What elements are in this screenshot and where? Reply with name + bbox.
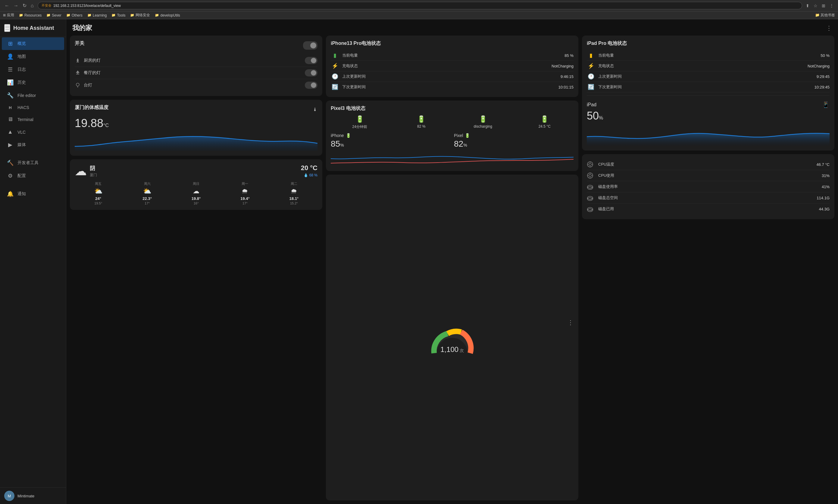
pixel-battery-icon: 🔋 xyxy=(465,133,470,138)
battery-row-charging: ⚡ 充电状态 NotCharging xyxy=(331,61,573,71)
sidebar-item-media[interactable]: ▶ 媒体 xyxy=(2,139,64,151)
switch-left-kitchen: 厨房的灯 xyxy=(75,57,101,64)
sidebar-item-notifications-label: 通知 xyxy=(17,191,26,197)
file-editor-icon: 🔧 xyxy=(7,92,14,99)
bookmark-sever[interactable]: 📁 Sever xyxy=(47,13,61,17)
battery-row-level: ▮ 当前电量 85 % xyxy=(331,50,573,61)
ipad-pct-number: 50 xyxy=(587,110,599,122)
charging-icon: ⚡ xyxy=(331,62,339,69)
svg-point-12 xyxy=(589,163,591,166)
ipad-pct-display: 50% xyxy=(587,110,830,122)
ipad-charging-left: ⚡ 充电状态 xyxy=(587,62,614,69)
sidebar-item-notifications[interactable]: 🔔 通知 xyxy=(2,187,64,200)
folder-icon-3: 📁 xyxy=(66,13,71,17)
config-icon: ⚙ xyxy=(7,173,14,179)
disk-used-value: 44.3G xyxy=(819,207,830,211)
weather-humidity: 💧 68 % xyxy=(301,173,318,177)
forward-button[interactable]: → xyxy=(12,2,20,9)
ipad-last-update-row: 🕐 上次更新时间 9:29:45 xyxy=(587,71,830,82)
forecast-thu-label: 周五 xyxy=(75,182,122,186)
pixel-stat-pct: 🔋 82 % xyxy=(392,115,451,129)
svg-point-9 xyxy=(76,83,79,86)
ipad-next-update-left: 🔄 下次更新时间 xyxy=(587,84,622,90)
avatar[interactable]: M xyxy=(4,491,15,501)
ipad-last-update-icon: 🕐 xyxy=(587,73,595,80)
lamp-icon-desk xyxy=(75,82,81,88)
switch-row-kitchen: 厨房的灯 xyxy=(75,54,318,67)
desk-light-toggle[interactable] xyxy=(305,82,318,89)
kitchen-light-toggle[interactable] xyxy=(305,57,318,64)
bookmark-others[interactable]: 📁 Others xyxy=(66,13,83,17)
sidebar-item-dev-tools-label: 开发者工具 xyxy=(17,160,39,166)
sidebar-item-config-label: 配置 xyxy=(17,173,26,179)
disk-use-label: 磁盘使用率 xyxy=(598,184,618,190)
gauge-menu-button[interactable]: ⋮ xyxy=(568,319,573,326)
menu-button[interactable]: ⋮ xyxy=(828,3,835,9)
pixel-battery-title: Pixel3 电池状态 xyxy=(331,105,573,112)
dining-light-label: 餐厅的灯 xyxy=(84,70,101,76)
battery-level-value: 85 % xyxy=(565,53,573,58)
dashboard-grid: 开关 xyxy=(66,36,838,504)
sidebar-item-hacs[interactable]: H HACS xyxy=(2,102,64,113)
iphone-battery-card: iPhone13 Pro电池状态 ▮ 当前电量 85 % ⚡ 充电状态 xyxy=(326,36,578,97)
sidebar-item-map[interactable]: 👤 地图 xyxy=(2,50,64,63)
bookmark-security[interactable]: 📁 网络安全 xyxy=(130,13,150,18)
sidebar-item-file-editor[interactable]: 🔧 File editor xyxy=(2,89,64,102)
cpu-temp-icon xyxy=(587,161,595,168)
ipad-battery-row-level: ▮ 当前电量 50 % xyxy=(587,50,830,61)
pixel-pct-value: 82 xyxy=(454,139,463,148)
svg-text:M: M xyxy=(8,494,11,498)
hamburger-button[interactable]: ☰ xyxy=(4,24,10,32)
cpu-temp-value: 46.7 °C xyxy=(816,162,830,167)
folder-icon-4: 📁 xyxy=(87,13,92,17)
forecast-fri-label: 周六 xyxy=(124,182,171,186)
bookmark-button[interactable]: ☆ xyxy=(813,3,819,9)
forecast-sun-low: 17° xyxy=(221,201,268,205)
iphone-label: iPhone xyxy=(331,133,344,138)
sidebar-item-vlc[interactable]: ▲ VLC xyxy=(2,126,64,138)
back-button[interactable]: ← xyxy=(3,2,11,9)
sidebar-item-config[interactable]: ⚙ 配置 xyxy=(2,169,64,182)
bookmark-resources[interactable]: 📁 Resources xyxy=(19,13,41,17)
svg-marker-6 xyxy=(76,70,79,73)
last-update-label: 上次更新时间 xyxy=(342,74,366,79)
home-button[interactable]: ⌂ xyxy=(29,2,35,9)
cpu-use-label: CPU使用 xyxy=(598,173,614,178)
battery-left-level: ▮ 当前电量 xyxy=(331,52,358,59)
svg-point-32 xyxy=(591,199,592,200)
forecast-mon-low: 15.2° xyxy=(270,201,318,205)
sidebar-item-history[interactable]: 📊 历史 xyxy=(2,76,64,89)
weather-temp: 20 °C xyxy=(301,164,318,172)
master-toggle[interactable] xyxy=(303,41,318,50)
bookmark-devutils[interactable]: 📁 developUtils xyxy=(155,13,180,17)
reload-button[interactable]: ↻ xyxy=(21,2,28,9)
bookmark-tools[interactable]: 📁 Tools xyxy=(111,13,125,17)
sidebar-item-overview[interactable]: ⊞ 概览 xyxy=(2,37,64,50)
page-menu-button[interactable]: ⋮ xyxy=(826,24,832,32)
url-bar[interactable]: 不安全 192.168.2.153:8123/lovelace/default_… xyxy=(38,2,802,9)
bookmark-apps[interactable]: ⊞ 应用 xyxy=(3,13,14,18)
ipad-battery-left-level: ▮ 当前电量 xyxy=(587,52,614,59)
bookmark-learning[interactable]: 📁 Learning xyxy=(87,13,107,17)
forecast-sat-low: 16° xyxy=(173,201,219,205)
disk-total-value: 114.1G xyxy=(817,196,830,200)
weather-left: ☁ 阴 厦门 xyxy=(75,164,97,178)
switch-left-dining: 餐厅的灯 xyxy=(75,70,101,76)
charging-label: 充电状态 xyxy=(342,63,358,69)
sidebar-item-dev-tools[interactable]: 🔨 开发者工具 xyxy=(2,157,64,169)
pixel-temp-icon: 🔋 xyxy=(516,115,574,123)
sidebar-item-terminal[interactable]: 🖥 Terminal xyxy=(2,113,64,126)
pixel-time-value: 24分钟前 xyxy=(331,124,389,129)
humidity-value: 68 % xyxy=(309,173,318,177)
ipad-device-icon: 📱 xyxy=(822,101,830,108)
extensions-button[interactable]: ⊞ xyxy=(821,3,826,9)
forecast-sat-icon: ☁ xyxy=(173,187,219,195)
sidebar-nav: ⊞ 概览 👤 地图 ☰ 日志 📊 历史 🔧 File editor H HAC xyxy=(0,37,66,487)
other-bookmarks[interactable]: 📁 其他书签 xyxy=(815,13,835,18)
pixel-stats-grid: 🔋 24分钟前 🔋 82 % 🔋 discharging 🔋 xyxy=(331,115,573,129)
ipad-charging-icon: ⚡ xyxy=(587,62,595,69)
dining-light-toggle[interactable] xyxy=(305,69,318,76)
sidebar-item-log[interactable]: ☰ 日志 xyxy=(2,63,64,76)
forecast-sun-label: 周一 xyxy=(221,182,268,186)
share-button[interactable]: ⬆ xyxy=(805,3,810,9)
